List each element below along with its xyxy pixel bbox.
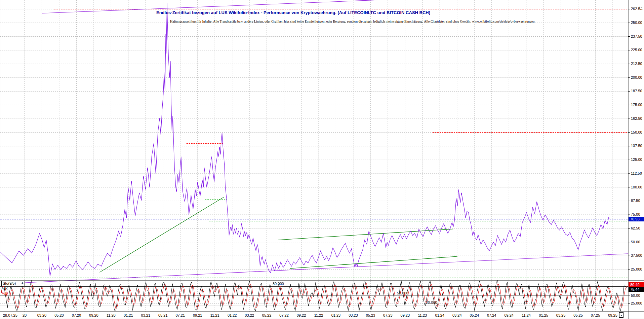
y-axis-label: 137.50 — [631, 144, 642, 148]
stochastic-k-value-badge: 75.44 — [629, 287, 644, 292]
x-axis-label: 05.23 — [366, 313, 375, 317]
sto-level-label: 80.000 — [273, 282, 284, 286]
uptrend-2022-2024-lower — [290, 256, 457, 269]
x-axis-label: 05.20 — [54, 313, 64, 317]
x-axis: 28.07.25 2003.2005.2007.2009.2011.2001.2… — [0, 312, 644, 319]
indicator-name-box[interactable]: Sto(9/5) — [1, 281, 17, 286]
x-axis-label: 09.20 — [89, 313, 98, 317]
x-axis-label: 05.21 — [158, 313, 168, 317]
axis-collapse-button[interactable]: - — [619, 312, 623, 318]
y-axis-label: 50.00 — [631, 240, 640, 244]
indicator-name-label: Sto(9/5) — [3, 281, 16, 285]
x-axis-label: 20 — [23, 313, 27, 317]
x-axis-label: 03.23 — [349, 313, 358, 317]
add-indicator-button[interactable]: + — [20, 281, 25, 286]
stochastic-k-legend: %K — [2, 287, 8, 291]
y-axis-label: 250.00 — [631, 21, 642, 25]
x-axis-label: 07.22 — [279, 313, 289, 317]
x-axis-label: 03.20 — [37, 313, 47, 317]
y-axis-label: 200.00 — [631, 75, 642, 79]
x-axis-label: 01.22 — [228, 313, 237, 317]
last-quote-date-label: 28.07.25 — [3, 313, 17, 317]
y-axis-label: 212.50 — [631, 62, 642, 66]
sto-axis-label: 25.000 — [631, 301, 642, 305]
x-axis-label: 11.20 — [107, 313, 116, 317]
uptrend-2020-2021 — [99, 197, 224, 272]
sto-level-label: 50.000 — [397, 291, 408, 295]
y-axis-label: 75.00 — [631, 212, 640, 216]
stochastic-d-value-badge: 80.49 — [629, 282, 644, 287]
x-axis-label: 05.24 — [470, 313, 479, 317]
x-axis-label: 11.22 — [314, 313, 323, 317]
collapse-panel-button[interactable]: − — [640, 6, 643, 9]
x-axis-label: 07.20 — [72, 313, 81, 317]
x-axis-label: 09.24 — [504, 313, 514, 317]
x-axis-label: 03.22 — [245, 313, 254, 317]
x-axis-label: 07.23 — [383, 313, 393, 317]
stochastic-d-line — [1, 283, 627, 309]
y-axis-label: 62.50 — [631, 226, 640, 230]
y-axis-label: 112.50 — [631, 171, 642, 175]
x-axis-label: 03.24 — [452, 313, 462, 317]
y-axis-label: 125.00 — [631, 157, 642, 162]
channel-lower — [25, 254, 628, 283]
x-axis-label: 01.23 — [331, 313, 341, 317]
x-axis-label: 01.24 — [435, 313, 445, 317]
chart-window: Endlos-Zertifikat bezogen auf LUS Wikifo… — [0, 0, 644, 319]
x-axis-label: 11.21 — [210, 313, 219, 317]
last-price-badge: 70.93 — [629, 217, 644, 221]
x-axis-label: 01.25 — [539, 313, 548, 317]
y-axis-label: 225.00 — [631, 48, 642, 52]
chart-disclaimer: Haftungsausschluss für Inhalte: Alle Tre… — [170, 20, 535, 23]
chart-canvas — [0, 0, 644, 319]
x-axis-label: 07.25 — [591, 313, 600, 317]
x-axis-label: 01.21 — [124, 313, 133, 317]
y-axis-label: 25.000 — [631, 267, 642, 271]
uptrend-2022-2024-upper — [278, 229, 453, 240]
sto-level-label: 20.000 — [426, 300, 437, 305]
x-axis-label: 07.21 — [175, 313, 185, 317]
y-axis-label: 175.00 — [631, 103, 642, 107]
y-axis-label: 100.00 — [631, 185, 642, 189]
stochastic-d-legend: %D — [2, 291, 8, 295]
x-axis-label: 09.23 — [401, 313, 410, 317]
y-axis-label: 87.50 — [631, 199, 640, 203]
x-axis-label: 03.25 — [556, 313, 566, 317]
y-axis-label: 162.50 — [631, 116, 642, 120]
x-axis-label: 07.24 — [487, 313, 496, 317]
y-axis-label: 37.500 — [631, 253, 642, 257]
x-axis-label: 09.21 — [193, 313, 202, 317]
sto-axis-label: 50.00 — [631, 293, 640, 297]
y-axis-label: 187.50 — [631, 89, 642, 93]
price-line — [0, 3, 609, 276]
x-axis-label: 09.22 — [297, 313, 306, 317]
x-axis-label: 05.25 — [573, 313, 583, 317]
x-axis-label: 11.24 — [522, 313, 531, 317]
chart-title: Endlos-Zertifikat bezogen auf LUS Wikifo… — [156, 10, 430, 15]
y-axis-label: 237.50 — [631, 34, 642, 38]
y-axis-label: 150.00 — [631, 130, 642, 134]
y-axis: 262.50250.00237.50225.00212.50200.00187.… — [629, 0, 644, 319]
x-axis-label: 11.23 — [418, 313, 427, 317]
x-axis-label: 03.21 — [141, 313, 151, 317]
x-axis-label: 09.25 — [608, 313, 617, 317]
x-axis-label: 05.22 — [262, 313, 272, 317]
